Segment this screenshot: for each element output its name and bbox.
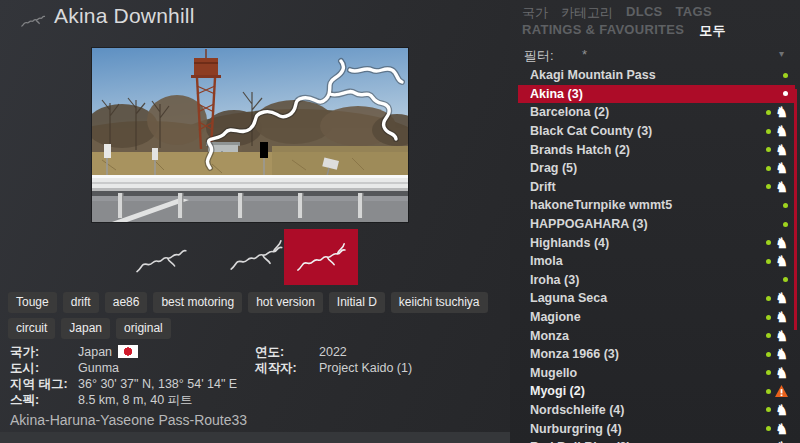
- layout-thumbnail-1[interactable]: [132, 238, 190, 278]
- tab-모두[interactable]: 모두: [699, 22, 726, 40]
- track-list-item[interactable]: Magione♞: [518, 308, 795, 327]
- horse-icon: ♞: [775, 292, 788, 304]
- status-dot: [766, 370, 771, 375]
- layout-name: Akina-Haruna-Yaseone Pass-Route33: [10, 412, 247, 428]
- track-detail-panel: Akina Downhill: [0, 0, 510, 443]
- horse-icon: ♞: [775, 125, 788, 137]
- status-dot: [766, 184, 771, 189]
- year-row: 연도: 2022: [255, 344, 412, 360]
- track-list-item-icons: ♞: [766, 404, 788, 416]
- track-list-item[interactable]: Akina (3): [518, 85, 795, 104]
- track-list-item-label: Brands Hatch (2): [530, 143, 766, 157]
- year-value: 2022: [319, 344, 347, 360]
- geo-tags-row: 지역 태그: 36° 30' 37" N, 138° 54' 14" E: [10, 376, 237, 392]
- track-list-item-label: Barcelona (2): [530, 105, 766, 119]
- status-dot: [766, 166, 771, 171]
- specs-label: 스펙:: [10, 392, 78, 408]
- track-list-item[interactable]: Nordschleife (4)♞: [518, 401, 795, 420]
- tag-list: Tougedriftae86best motoringhot versionIn…: [8, 292, 502, 339]
- track-list-item-icons: [783, 203, 788, 208]
- track-list-item[interactable]: Black Cat County (3)♞: [518, 122, 795, 141]
- track-list-item[interactable]: Red Bull Ring (3)♞: [518, 438, 795, 443]
- track-list-item-label: HAPPOGAHARA (3): [530, 217, 783, 231]
- tag-chip[interactable]: circuit: [8, 318, 55, 339]
- page-title: Akina Downhill: [54, 4, 195, 28]
- tag-chip[interactable]: keiichi tsuchiya: [391, 292, 488, 313]
- status-dot: [766, 426, 771, 431]
- track-list-item[interactable]: Highlands (4)♞: [518, 233, 795, 252]
- geo-tags-value: 36° 30' 37" N, 138° 54' 14" E: [78, 376, 237, 392]
- tag-chip[interactable]: hot version: [248, 292, 323, 313]
- status-dot: [783, 91, 788, 96]
- tag-chip[interactable]: original: [116, 318, 171, 339]
- filter-input[interactable]: *: [582, 47, 587, 62]
- track-list-item-icons: ♞: [766, 255, 788, 267]
- track-list-item[interactable]: Myogi (2): [518, 382, 795, 401]
- status-dot: [766, 333, 771, 338]
- track-list-item-icons: ♞: [766, 348, 788, 360]
- track-list-item[interactable]: Barcelona (2)♞: [518, 103, 795, 122]
- track-list-item-icons: ♞: [766, 330, 788, 342]
- author-label: 제작자:: [255, 360, 319, 376]
- tag-chip[interactable]: best motoring: [153, 292, 242, 313]
- filter-tabs-row2: RATINGS & FAVOURITES모두: [522, 22, 726, 40]
- tag-chip[interactable]: Touge: [8, 292, 57, 313]
- track-list-item-icons: ♞: [766, 106, 788, 118]
- track-list-item[interactable]: Monza♞: [518, 326, 795, 345]
- layout-thumbnail-selected[interactable]: [284, 229, 358, 285]
- track-list-item-icons: [783, 277, 788, 282]
- track-list-item[interactable]: Mugello♞: [518, 364, 795, 383]
- track-browser-panel: 국가카테고리DLCSTAGS RATINGS & FAVOURITES모두 필터…: [510, 0, 800, 443]
- status-dot: [766, 147, 771, 152]
- tag-chip[interactable]: ae86: [105, 292, 148, 313]
- track-list-item-icons: ♞: [766, 125, 788, 137]
- horse-icon: ♞: [775, 162, 788, 174]
- tag-chip[interactable]: Initial D: [329, 292, 385, 313]
- track-list-item-label: Iroha (3): [530, 273, 783, 287]
- tab-국가[interactable]: 국가: [522, 4, 548, 22]
- track-list-item[interactable]: HAPPOGAHARA (3): [518, 215, 795, 234]
- tag-chip[interactable]: Japan: [61, 318, 110, 339]
- track-details-right: 연도: 2022 제작자: Project Kaido (1): [255, 344, 412, 376]
- track-list-item[interactable]: Drift♞: [518, 178, 795, 197]
- track-list-item[interactable]: Imola♞: [518, 252, 795, 271]
- track-list-item[interactable]: Akagi Mountain Pass: [518, 66, 795, 85]
- status-dot: [766, 259, 771, 264]
- track-list-item[interactable]: Monza 1966 (3)♞: [518, 345, 795, 364]
- track-list-item-label: Monza 1966 (3): [530, 347, 766, 361]
- chevron-down-icon[interactable]: ▾: [779, 48, 784, 59]
- track-list-item[interactable]: Nurburgring (4)♞: [518, 419, 795, 438]
- country-label: 국가:: [10, 344, 78, 360]
- scrollbar-thumb[interactable]: [794, 89, 797, 330]
- track-list-item-icons: [783, 91, 788, 96]
- city-row: 도시: Gunma: [10, 360, 237, 376]
- track-photo: [92, 48, 408, 222]
- horse-icon: ♞: [775, 144, 788, 156]
- status-dot: [766, 389, 771, 394]
- tag-chip[interactable]: drift: [63, 292, 99, 313]
- tab-RATINGS & FAVOURITES[interactable]: RATINGS & FAVOURITES: [522, 22, 684, 40]
- track-list-item[interactable]: hakoneTurnpike wmmt5: [518, 196, 795, 215]
- status-dot: [766, 315, 771, 320]
- tab-TAGS[interactable]: TAGS: [676, 4, 712, 22]
- track-list-item-icons: ♞: [766, 367, 788, 379]
- track-list-item-label: hakoneTurnpike wmmt5: [530, 198, 783, 212]
- track-list-item[interactable]: Laguna Seca♞: [518, 289, 795, 308]
- track-list-item-icons: ♞: [766, 292, 788, 304]
- horse-icon: ♞: [775, 311, 788, 323]
- track-list-item-icons: [783, 222, 788, 227]
- author-value: Project Kaido (1): [319, 360, 412, 376]
- status-dot: [766, 296, 771, 301]
- specs-value: 8.5 km, 8 m, 40 피트: [78, 392, 193, 408]
- tab-카테고리[interactable]: 카테고리: [561, 4, 613, 22]
- track-list-item[interactable]: Drag (5)♞: [518, 159, 795, 178]
- track-list-item[interactable]: Brands Hatch (2)♞: [518, 140, 795, 159]
- japan-flag-icon: [118, 345, 138, 358]
- track-list-item[interactable]: Iroha (3): [518, 271, 795, 290]
- track-list-item-icons: [766, 385, 788, 397]
- layout-thumbnail-2[interactable]: [226, 230, 286, 280]
- track-list-item-label: Monza: [530, 329, 766, 343]
- status-dot: [766, 407, 771, 412]
- tab-DLCS[interactable]: DLCS: [626, 4, 663, 22]
- track-list-item-label: Akina (3): [530, 87, 783, 101]
